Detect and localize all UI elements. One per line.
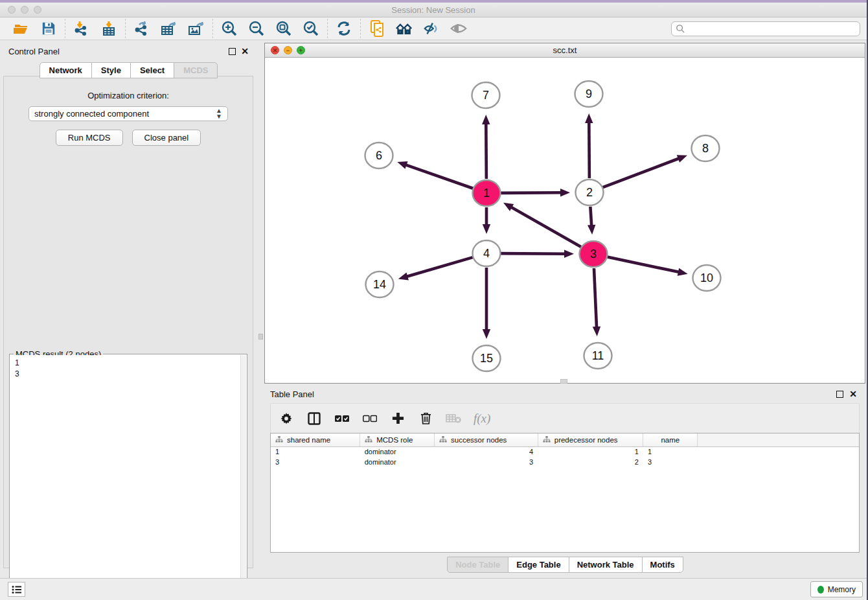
zoom-in-button[interactable]: [221, 20, 238, 37]
tab-select[interactable]: Select: [130, 62, 174, 78]
table-row[interactable]: 1 dominator 4 1 1: [271, 446, 859, 457]
result-scrollbar[interactable]: [240, 355, 246, 594]
float-table-panel-icon[interactable]: [836, 391, 843, 398]
tab-style[interactable]: Style: [91, 62, 131, 78]
delete-column-button[interactable]: [418, 411, 433, 426]
mcds-result-list[interactable]: 1 3: [10, 355, 240, 594]
graph-edge[interactable]: [603, 158, 680, 187]
column-header-name: name: [661, 436, 680, 444]
tab-motifs[interactable]: Motifs: [642, 557, 683, 573]
control-panel: Control Panel ✕ Network Style Select MCD…: [0, 42, 257, 570]
unselect-all-button[interactable]: [362, 411, 378, 426]
import-table-button[interactable]: [100, 20, 117, 37]
cell-name[interactable]: 3: [643, 457, 698, 467]
panel-splitter-handle[interactable]: [258, 334, 263, 340]
export-image-button[interactable]: [188, 20, 205, 37]
export-table-icon: [161, 21, 177, 36]
table-options-button[interactable]: [279, 411, 294, 426]
graph-edge[interactable]: [594, 268, 597, 328]
result-item: 1: [15, 358, 240, 369]
graph-edge-arrowhead: [678, 268, 688, 276]
graph-edge[interactable]: [590, 207, 591, 226]
save-session-button[interactable]: [40, 20, 57, 37]
split-column-button[interactable]: [306, 411, 322, 426]
graph-edge-arrowhead: [593, 327, 600, 336]
table-row[interactable]: 3 dominator 3 2 3: [271, 457, 859, 467]
hide-selected-button[interactable]: [423, 20, 440, 37]
add-column-button[interactable]: [390, 411, 405, 426]
table-tabs: Node Table Edge Table Network Table Moti…: [264, 557, 865, 573]
float-panel-icon[interactable]: [229, 48, 236, 55]
close-panel-icon[interactable]: ✕: [241, 46, 249, 56]
network-splitter-handle[interactable]: [560, 379, 567, 384]
function-builder-button[interactable]: f(x): [474, 411, 490, 426]
zoom-out-icon: [248, 20, 265, 37]
zoom-fit-button[interactable]: [275, 20, 292, 37]
export-network-button[interactable]: [133, 20, 150, 37]
graph-edge[interactable]: [501, 192, 562, 193]
main-toolbar: [0, 17, 867, 40]
cell-shared-name[interactable]: 3: [271, 457, 360, 467]
search-field[interactable]: [671, 21, 860, 36]
graph-edge[interactable]: [405, 165, 474, 189]
graph-edge[interactable]: [589, 122, 589, 178]
tab-network[interactable]: Network: [40, 62, 92, 78]
mcds-panel: Optimization criterion: strongly connect…: [3, 76, 253, 568]
table-header-row[interactable]: shared name MCDS role successor nodes pr…: [271, 433, 859, 446]
graph-edge[interactable]: [501, 253, 565, 254]
cell-successor-nodes[interactable]: 3: [435, 457, 538, 467]
graph-edge-arrowhead: [677, 155, 687, 163]
show-all-button[interactable]: [450, 20, 467, 37]
graph-edge[interactable]: [608, 257, 680, 273]
graph-node-label: 8: [702, 142, 709, 155]
tab-network-table[interactable]: Network Table: [569, 557, 643, 573]
refresh-layout-button[interactable]: [336, 20, 352, 37]
network-view-window: ✕ − + scc.txt 1234678910111415: [264, 43, 865, 384]
cell-mcds-role[interactable]: dominator: [360, 446, 435, 457]
table-panel-title: Table Panel: [270, 389, 314, 399]
column-header-mcds-role: MCDS role: [376, 436, 413, 444]
titlebar: Session: New Session: [0, 3, 867, 17]
tab-mcds[interactable]: MCDS: [174, 62, 218, 78]
tab-node-table[interactable]: Node Table: [447, 557, 508, 573]
cell-successor-nodes[interactable]: 4: [435, 446, 538, 457]
cell-predecessor-nodes[interactable]: 2: [538, 457, 643, 467]
delete-table-button[interactable]: [446, 411, 461, 426]
gear-icon: [280, 413, 292, 424]
close-table-panel-icon[interactable]: ✕: [849, 389, 857, 399]
search-input[interactable]: [685, 25, 847, 34]
run-mcds-button[interactable]: Run MCDS: [56, 130, 123, 146]
tab-edge-table[interactable]: Edge Table: [508, 557, 569, 573]
column-header-predecessor-nodes: predecessor nodes: [554, 436, 618, 444]
selected-criterion: strongly connected component: [34, 109, 216, 119]
select-all-button[interactable]: [334, 411, 350, 426]
cell-name[interactable]: 1: [643, 446, 698, 457]
cell-mcds-role[interactable]: dominator: [360, 457, 435, 467]
close-panel-button[interactable]: Close panel: [132, 130, 201, 146]
cell-shared-name[interactable]: 1: [271, 446, 360, 457]
network-clipboard-button[interactable]: [369, 20, 385, 37]
memory-button[interactable]: Memory: [810, 581, 863, 597]
network-window-titlebar[interactable]: ✕ − + scc.txt: [265, 43, 865, 58]
node-table[interactable]: shared name MCDS role successor nodes pr…: [270, 433, 860, 553]
export-table-button[interactable]: [161, 20, 177, 37]
session-title: Session: New Session: [0, 5, 867, 15]
graph-edge[interactable]: [406, 257, 473, 277]
network-graph[interactable]: 1234678910111415: [265, 58, 865, 383]
result-item: 3: [15, 369, 240, 380]
open-session-button[interactable]: [13, 20, 30, 37]
graph-edge[interactable]: [486, 123, 486, 179]
optimization-criterion-select[interactable]: strongly connected component ▲▼: [29, 106, 228, 121]
first-neighbors-button[interactable]: [396, 20, 413, 37]
network-document-icon: [369, 20, 385, 37]
trash-icon: [420, 412, 431, 424]
cell-predecessor-nodes[interactable]: 1: [538, 446, 643, 457]
zoom-out-button[interactable]: [248, 20, 265, 37]
import-network-button[interactable]: [73, 20, 90, 37]
graph-edge[interactable]: [510, 207, 581, 247]
attribute-type-icon: [275, 436, 283, 443]
graph-edge-arrowhead: [585, 113, 593, 123]
task-history-button[interactable]: [8, 582, 25, 597]
zoom-selected-button[interactable]: [303, 20, 319, 37]
import-table-icon: [101, 21, 117, 36]
